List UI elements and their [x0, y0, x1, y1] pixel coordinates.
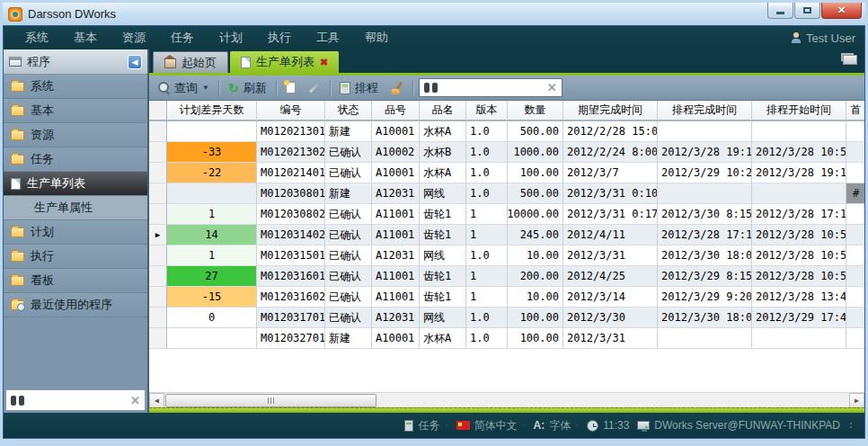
task-menu[interactable]: 任务 ▾: [404, 418, 447, 433]
row-selector[interactable]: [149, 266, 167, 287]
cell-code: M012031602: [257, 287, 325, 308]
query-dropdown-icon[interactable]: ▼: [202, 84, 209, 92]
column-header-数量[interactable]: 数量: [508, 101, 563, 121]
toolbar-separator: [276, 80, 277, 96]
cell-item_no: A10001: [372, 121, 420, 142]
cell-expect: 2012/4/11: [563, 225, 658, 245]
row-selector[interactable]: [149, 163, 167, 183]
table-row[interactable]: 0M012031701已确认A12031网线1.0100.002012/3/30…: [149, 308, 864, 328]
language-menu[interactable]: 简体中文 ▾: [456, 418, 526, 433]
cell-flag: [846, 328, 864, 349]
sidebar-item-看板[interactable]: 看板: [4, 269, 147, 293]
new-button[interactable]: [282, 80, 299, 95]
language-dropdown-icon[interactable]: ▾: [522, 422, 526, 430]
tab-close-icon[interactable]: ✖: [320, 57, 328, 68]
toolbar-separator: [412, 80, 413, 96]
row-selector[interactable]: [149, 121, 167, 142]
font-menu[interactable]: A: 字体 ▾: [534, 418, 580, 433]
tab-起始页[interactable]: 起始页: [153, 51, 228, 73]
scroll-right-icon[interactable]: ▶: [849, 393, 864, 408]
table-row[interactable]: ▶14M012031402已确认A11001齿轮11245.002012/4/1…: [149, 225, 864, 245]
table-row[interactable]: -22M012021401已确认A10001水杯A1.0100.002012/3…: [149, 163, 864, 183]
row-selector[interactable]: [149, 287, 167, 308]
sidebar-item-系统[interactable]: 系统: [4, 75, 147, 99]
column-header-排程完成时间[interactable]: 排程完成时间: [658, 101, 752, 121]
sidebar-item-计划[interactable]: 计划: [4, 220, 147, 245]
sidebar-item-执行[interactable]: 执行: [4, 245, 147, 269]
cell-finish: 2012/3/28 19:10: [658, 142, 752, 163]
sidebar-item-资源[interactable]: 资源: [4, 123, 147, 147]
row-selector[interactable]: [149, 183, 167, 204]
cell-diff-days: 1: [167, 204, 257, 225]
column-header-品号[interactable]: 品号: [372, 101, 420, 121]
table-row[interactable]: -33M012021302已确认A10002水杯B1.01000.002012/…: [149, 142, 864, 163]
cell-start: 2012/3/28 10:52: [752, 245, 846, 266]
cell-expect: 2012/2/28 15:00: [563, 121, 658, 142]
close-button[interactable]: ✕: [821, 3, 862, 19]
table-row[interactable]: 1M012030802已确认A11001齿轮1110000.002012/3/3…: [149, 204, 864, 225]
menu-item-帮助[interactable]: 帮助: [352, 26, 401, 49]
table-row[interactable]: 1M012031501已确认A12031网线1.010.002012/3/312…: [149, 245, 864, 266]
sidebar-item-最近使用的程序[interactable]: 最近使用的程序: [4, 293, 147, 317]
sidebar-search-box[interactable]: ✕: [5, 389, 146, 411]
toolbar-search-clear-icon[interactable]: ✕: [547, 82, 557, 94]
minimize-button[interactable]: [767, 3, 793, 19]
clean-button[interactable]: [387, 80, 407, 96]
column-header-编号[interactable]: 编号: [257, 101, 325, 121]
column-header-版本[interactable]: 版本: [466, 101, 508, 121]
task-dropdown-icon[interactable]: ▾: [444, 422, 447, 430]
menu-item-任务[interactable]: 任务: [158, 26, 207, 49]
row-selector[interactable]: [149, 328, 167, 349]
column-header-计划差异天数[interactable]: 计划差异天数: [167, 101, 257, 121]
menu-item-系统[interactable]: 系统: [13, 26, 61, 49]
menu-item-工具[interactable]: 工具: [304, 26, 352, 49]
column-header-状态[interactable]: 状态: [325, 101, 372, 121]
sidebar-item-生产单列表[interactable]: 生产单列表: [4, 172, 147, 196]
menu-item-资源[interactable]: 资源: [110, 26, 158, 49]
table-row[interactable]: M012021301新建A10001水杯A1.0500.002012/2/28 …: [149, 121, 864, 142]
font-dropdown-icon[interactable]: ▾: [575, 422, 579, 430]
menu-item-执行[interactable]: 执行: [255, 26, 304, 49]
row-selector[interactable]: [149, 308, 167, 328]
scrollbar-thumb[interactable]: [165, 394, 376, 407]
column-header-品名[interactable]: 品名: [420, 101, 466, 121]
row-selector[interactable]: [149, 142, 167, 163]
query-button[interactable]: 查询 ▼: [155, 78, 213, 98]
window-title: Darsson DWorks: [28, 7, 116, 21]
menu-item-计划[interactable]: 计划: [207, 26, 255, 49]
sidebar-search-clear-icon[interactable]: ✕: [130, 395, 140, 406]
sidebar-item-基本[interactable]: 基本: [4, 99, 147, 123]
sidebar-item-生产单属性[interactable]: 生产单属性: [4, 196, 147, 220]
cell-code: M012021401: [257, 163, 325, 183]
cell-item_name: 水杯B: [420, 142, 466, 163]
column-header-排程开始时间[interactable]: 排程开始时间: [752, 101, 846, 121]
cell-diff-days: [167, 121, 257, 142]
sidebar-item-任务[interactable]: 任务: [4, 147, 147, 172]
user-menu[interactable]: Test User: [791, 31, 855, 45]
row-selector[interactable]: [149, 204, 167, 225]
horizontal-scrollbar[interactable]: ◀ ▶: [149, 392, 864, 407]
refresh-button[interactable]: ↻ 刷新: [225, 78, 270, 98]
resize-grip[interactable]: [850, 423, 852, 428]
column-header-partial[interactable]: 首: [846, 101, 864, 121]
maximize-button[interactable]: [794, 3, 820, 19]
folder-icon: [11, 82, 24, 92]
sidebar-collapse-button[interactable]: ◀: [128, 55, 142, 69]
column-header-期望完成时间[interactable]: 期望完成时间: [563, 101, 658, 121]
tab-list-icon[interactable]: [843, 55, 857, 65]
table-row[interactable]: M012030801新建A12031网线1.0500.002012/3/31 0…: [149, 183, 864, 204]
scroll-left-icon[interactable]: ◀: [149, 393, 164, 408]
table-row[interactable]: M012032701新建A10001水杯A1.0100.002012/3/31: [149, 328, 864, 349]
toolbar-search-input[interactable]: [442, 82, 543, 94]
tab-生产单列表[interactable]: 生产单列表✖: [230, 51, 339, 73]
table-row[interactable]: -15M012031602已确认A11001齿轮1110.002012/3/14…: [149, 287, 864, 308]
table-row[interactable]: 27M012031601已确认A11001齿轮11200.002012/4/25…: [149, 266, 864, 287]
row-selector[interactable]: [149, 245, 167, 266]
cell-start: 2012/3/28 19:10: [752, 163, 846, 183]
cell-status: 已确认: [325, 142, 372, 163]
menu-item-基本[interactable]: 基本: [61, 26, 110, 49]
schedule-button[interactable]: 排程: [336, 78, 382, 98]
edit-button[interactable]: [305, 85, 324, 91]
toolbar-search-box[interactable]: ✕: [419, 78, 562, 97]
row-selector[interactable]: ▶: [149, 225, 167, 245]
